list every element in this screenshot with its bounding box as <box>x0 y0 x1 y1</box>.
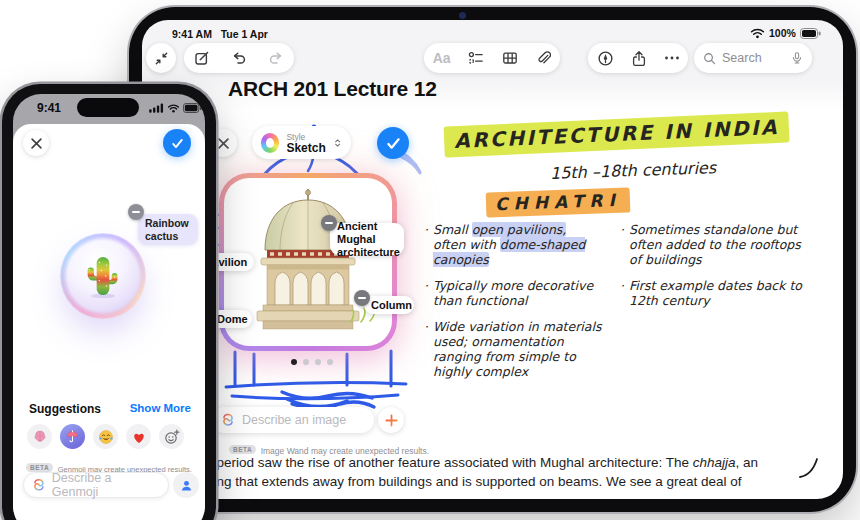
text-style-button[interactable]: Aa <box>433 50 451 66</box>
handwritten-bullet: ·First example dates back to 12th centur… <box>620 278 808 308</box>
collapse-button[interactable] <box>146 43 176 73</box>
search-placeholder: Search <box>722 51 785 65</box>
page-dot[interactable] <box>327 359 333 365</box>
collapse-icon <box>154 51 169 66</box>
ipad-date: Tue 1 Apr <box>221 28 268 40</box>
battery-icon <box>800 28 821 39</box>
corner-curl-mark <box>798 456 820 480</box>
style-value: Sketch <box>286 143 325 154</box>
checkmark-icon <box>171 138 184 149</box>
add-emoji-icon <box>164 429 180 445</box>
marketing-screenshot: 9:41 AM Tue 1 Apr 100% <box>0 0 860 520</box>
compose-icon <box>194 50 210 66</box>
share-button[interactable] <box>631 50 647 67</box>
laughing-emoji-icon <box>98 429 114 445</box>
wifi-icon <box>167 103 180 113</box>
tag-column[interactable]: Column <box>364 296 414 314</box>
style-colorwheel-icon <box>261 133 279 153</box>
dictation-mic-icon[interactable] <box>791 50 803 66</box>
page-dots[interactable] <box>291 359 333 365</box>
page-dot[interactable] <box>315 359 321 365</box>
apple-intelligence-icon <box>221 413 235 427</box>
checklist-button[interactable] <box>468 50 484 66</box>
ellipsis-icon <box>664 55 680 61</box>
style-picker[interactable]: Style Sketch <box>252 126 351 159</box>
genmoji-bubble <box>63 236 143 316</box>
note-title: ARCH 201 Lecture 12 <box>228 77 437 101</box>
markup-button[interactable] <box>597 50 614 67</box>
ipad-time: 9:41 AM <box>172 28 212 40</box>
cellular-signal-icon <box>149 103 164 113</box>
undo-button[interactable] <box>231 51 247 66</box>
page-dot[interactable] <box>291 359 297 365</box>
redo-button[interactable] <box>268 51 284 66</box>
chhatri-illustration <box>233 186 383 338</box>
suggestion-laughing[interactable] <box>93 424 118 449</box>
tag-dome[interactable]: Dome <box>210 310 252 328</box>
genmoji-accept-button[interactable] <box>163 129 191 157</box>
wifi-icon <box>750 27 765 39</box>
rainbow-cactus-emoji <box>84 252 122 300</box>
iphone-time: 9:41 <box>37 101 61 115</box>
table-icon <box>502 50 518 66</box>
handwritten-bullet: ·Sometimes standalone but often added to… <box>620 222 808 267</box>
remove-tag-main-button[interactable] <box>321 215 337 231</box>
show-more-link[interactable]: Show More <box>130 402 191 414</box>
page-dot[interactable] <box>303 359 309 365</box>
remove-tag-column-button[interactable] <box>354 290 370 306</box>
ipad-status-left: 9:41 AM Tue 1 Apr <box>172 28 268 40</box>
redo-icon <box>268 51 284 66</box>
actions-toolbar-group <box>588 43 688 73</box>
iphone-device: 9:41 <box>2 84 216 520</box>
umbrella-icon <box>65 429 80 444</box>
tag-column-label: Column <box>371 299 412 311</box>
describe-genmoji-input[interactable]: Describe a Genmoji <box>23 472 169 498</box>
genmoji-result-label[interactable]: Rainbow cactus <box>138 214 198 245</box>
edit-toolbar-group <box>184 43 294 73</box>
dynamic-island <box>77 98 139 117</box>
compose-button[interactable] <box>194 50 210 66</box>
remove-genmoji-label-button[interactable] <box>128 204 144 220</box>
add-image-prompt-button[interactable] <box>378 407 404 433</box>
battery-percent: 100% <box>769 27 796 39</box>
tag-main-label: Ancient Mughal architecture <box>337 220 400 259</box>
paragraph-line-2: ning that extends away from buildings an… <box>206 472 806 491</box>
note-paragraph: s period saw the rise of another feature… <box>206 453 806 491</box>
ipad-camera <box>459 12 466 19</box>
genmoji-close-button[interactable] <box>23 130 49 156</box>
describe-image-input[interactable]: Describe an image <box>211 407 374 433</box>
tag-main[interactable]: Ancient Mughal architecture <box>330 223 404 255</box>
table-button[interactable] <box>502 50 518 66</box>
genmoji-person-button[interactable] <box>173 472 199 498</box>
checklist-icon <box>468 50 484 66</box>
suggestion-umbrella[interactable] <box>60 424 85 449</box>
handwritten-column-2: ·Sometimes standalone but often added to… <box>620 222 808 319</box>
markup-pen-icon <box>597 50 614 67</box>
ipad-screen: 9:41 AM Tue 1 Apr 100% <box>142 20 843 499</box>
share-icon <box>631 50 647 67</box>
ipad-device: 9:41 AM Tue 1 Apr 100% <box>129 7 856 512</box>
suggestion-brain[interactable] <box>27 424 52 449</box>
search-input[interactable]: Search <box>694 43 812 73</box>
heart-icon <box>131 430 147 444</box>
handwritten-section-title: CHHATRI <box>486 189 630 214</box>
suggestion-add-emoji[interactable] <box>159 424 184 449</box>
beta-badge: BETA <box>26 463 53 472</box>
handwritten-bullet: ·Wide variation in materials used; ornam… <box>424 319 602 379</box>
search-icon <box>703 52 716 65</box>
paperclip-icon <box>535 50 551 66</box>
handwritten-subheading: 15th –18th centuries <box>550 158 717 183</box>
genmoji-sheet: Rainbow cactus <box>13 124 205 520</box>
brain-icon <box>32 430 48 444</box>
checkmark-icon <box>386 137 401 150</box>
suggestion-row <box>27 424 184 449</box>
attachment-button[interactable] <box>535 50 551 66</box>
handwritten-heading: ARCHITECTURE IN INDIA <box>444 114 790 153</box>
iphone-status-icons <box>149 103 202 113</box>
accept-image-button[interactable] <box>377 127 409 159</box>
suggestion-heart[interactable] <box>126 424 151 449</box>
battery-icon <box>183 103 202 113</box>
describe-image-placeholder: Describe an image <box>242 413 346 427</box>
more-button[interactable] <box>664 55 680 61</box>
close-icon <box>31 138 42 149</box>
